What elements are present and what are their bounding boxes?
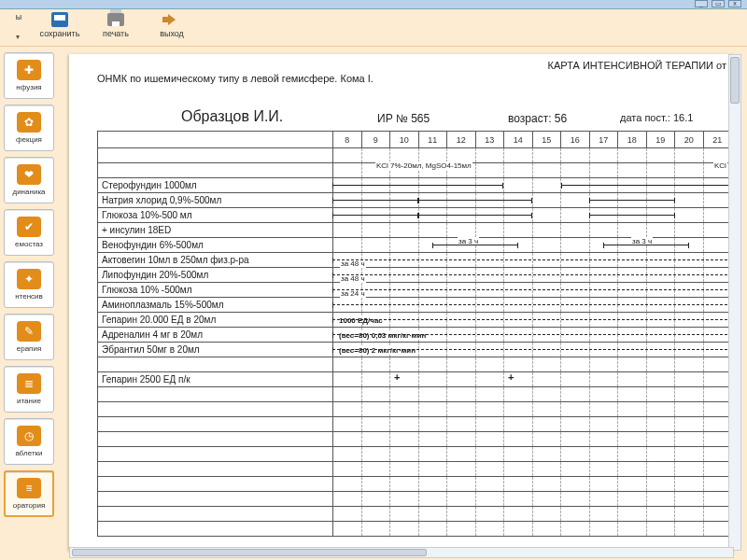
hour-header: 15 bbox=[533, 132, 562, 147]
hour-header: 11 bbox=[419, 132, 448, 147]
sidebar-item-4[interactable]: ✦нтенсив bbox=[4, 261, 54, 308]
window-titlebar: _ ▭ x bbox=[0, 0, 747, 9]
table-row bbox=[98, 507, 732, 522]
table-row: Натрия хлорид 0,9%-500мл bbox=[98, 193, 732, 208]
infusion-bar bbox=[332, 289, 732, 290]
hour-header: 10 bbox=[390, 132, 419, 147]
infusion-bar bbox=[561, 185, 732, 186]
sidebar-item-8[interactable]: ≡оратория bbox=[4, 470, 54, 517]
sidebar-icon: ✚ bbox=[17, 60, 41, 80]
dropdown-arrow-icon: ▾ bbox=[16, 33, 20, 41]
drug-label bbox=[98, 417, 333, 431]
patient-age: возраст: 56 bbox=[508, 112, 567, 125]
table-row: Липофундин 20%-500мл bbox=[98, 268, 732, 283]
exit-button[interactable]: выход bbox=[144, 11, 200, 45]
drug-label bbox=[98, 163, 333, 177]
table-row: Глюкоза 10%-500 мл bbox=[98, 208, 732, 223]
toolbar: ы ▾ сохранить печать выход bbox=[0, 9, 747, 47]
save-label: сохранить bbox=[40, 29, 80, 38]
infusion-bar bbox=[332, 349, 732, 350]
infusion-bar bbox=[589, 200, 675, 201]
sidebar-icon: ❤ bbox=[17, 164, 41, 185]
infusion-bar bbox=[332, 185, 503, 186]
hour-header: 14 bbox=[504, 132, 533, 147]
drug-label: Стерофундин 1000мл bbox=[98, 178, 333, 192]
print-icon bbox=[107, 13, 124, 26]
drug-label: Глюкоза 10% -500мл bbox=[98, 283, 333, 297]
drug-label bbox=[98, 522, 333, 536]
sidebar-item-2[interactable]: ❤динаника bbox=[4, 157, 54, 203]
table-row: Аминоплазмаль 15%-500мл bbox=[98, 298, 732, 313]
print-label: печать bbox=[103, 29, 129, 38]
table-row bbox=[98, 417, 732, 432]
sidebar-icon: ≣ bbox=[17, 373, 41, 394]
drug-label: Глюкоза 10%-500 мл bbox=[98, 208, 333, 222]
sidebar-icon: ◷ bbox=[17, 426, 41, 446]
scroll-thumb[interactable] bbox=[730, 57, 740, 104]
hour-header: 20 bbox=[675, 132, 704, 147]
drug-label: Адреналин 4 мг в 20мл bbox=[98, 328, 333, 342]
vertical-scrollbar[interactable] bbox=[728, 54, 741, 551]
exit-label: выход bbox=[160, 29, 184, 38]
sidebar-item-7[interactable]: ◷аблетки bbox=[4, 418, 54, 465]
table-row bbox=[98, 357, 732, 372]
exit-icon bbox=[168, 14, 176, 25]
table-row bbox=[98, 477, 732, 492]
infusion-bar bbox=[332, 304, 732, 305]
sidebar-item-5[interactable]: ✎ерапия bbox=[4, 314, 54, 360]
drug-label bbox=[98, 402, 333, 416]
drug-label: Аминоплазмаль 15%-500мл bbox=[98, 298, 333, 312]
drug-label: Натрия хлорид 0,9%-500мл bbox=[98, 193, 333, 207]
table-row: Актовегин 10мл в 250мл физ.р-ра bbox=[98, 253, 732, 268]
table-row bbox=[98, 462, 732, 477]
sidebar-label: аблетки bbox=[5, 449, 53, 457]
table-row: Адреналин 4 мг в 20мл bbox=[98, 328, 732, 343]
infusion-bar bbox=[332, 200, 418, 201]
sidebar-item-3[interactable]: ✔емостаз bbox=[4, 209, 54, 256]
sidebar-item-0[interactable]: ✚нфузия bbox=[4, 52, 54, 99]
drug-label bbox=[98, 447, 333, 461]
sidebar-item-6[interactable]: ≣итание bbox=[4, 366, 54, 413]
print-button[interactable]: печать bbox=[88, 11, 144, 45]
table-row bbox=[98, 432, 732, 447]
table-row bbox=[98, 522, 732, 537]
sidebar-label: емостаз bbox=[5, 240, 53, 248]
drug-label: Венофундин 6%-500мл bbox=[98, 238, 333, 252]
sidebar-label: итание bbox=[5, 397, 53, 405]
save-icon bbox=[51, 12, 68, 27]
admission-date: дата пост.: 16.1 bbox=[620, 112, 693, 123]
drug-label bbox=[98, 507, 333, 521]
table-row bbox=[98, 492, 732, 507]
drug-label bbox=[98, 148, 333, 162]
sidebar-label: нфузия bbox=[5, 83, 53, 91]
drug-label: Эбрантил 50мг в 20мл bbox=[98, 343, 333, 357]
card-title: КАРТА ИНТЕНСИВНОЙ ТЕРАПИИ от bbox=[548, 60, 726, 71]
scroll-thumb[interactable] bbox=[72, 549, 427, 556]
sidebar: ✚нфузия✿фекция❤динаника✔емостаз✦нтенсив✎… bbox=[0, 47, 58, 560]
hour-header: 8 bbox=[333, 132, 362, 147]
infusion-bar bbox=[432, 245, 518, 245]
drug-label bbox=[98, 432, 333, 446]
toolbar-dropdown[interactable]: ы ▾ bbox=[6, 11, 32, 45]
sidebar-label: фекция bbox=[5, 135, 53, 144]
sidebar-item-1[interactable]: ✿фекция bbox=[4, 105, 54, 151]
window-maximize[interactable]: ▭ bbox=[712, 0, 725, 7]
toolbar-dropdown-label: ы bbox=[16, 12, 21, 21]
drug-label: + инсулин 18ЕD bbox=[98, 223, 333, 237]
drug-label: Липофундин 20%-500мл bbox=[98, 268, 333, 282]
table-row: Гепарин 20.000 ЕД в 20мл bbox=[98, 313, 732, 328]
window-minimize[interactable]: _ bbox=[695, 0, 708, 7]
infusion-bar bbox=[418, 215, 532, 216]
drug-label bbox=[98, 357, 333, 371]
sidebar-label: нтенсив bbox=[5, 292, 53, 301]
hour-header: 12 bbox=[447, 132, 476, 147]
infusion-bar bbox=[332, 215, 418, 216]
hour-header: 17 bbox=[590, 132, 619, 147]
hour-header: 18 bbox=[618, 132, 647, 147]
save-button[interactable]: сохранить bbox=[32, 11, 88, 45]
table-row bbox=[98, 148, 732, 163]
infusion-bar bbox=[418, 200, 532, 201]
drug-label bbox=[98, 492, 333, 506]
horizontal-scrollbar[interactable] bbox=[69, 547, 734, 558]
window-close[interactable]: x bbox=[728, 0, 741, 7]
